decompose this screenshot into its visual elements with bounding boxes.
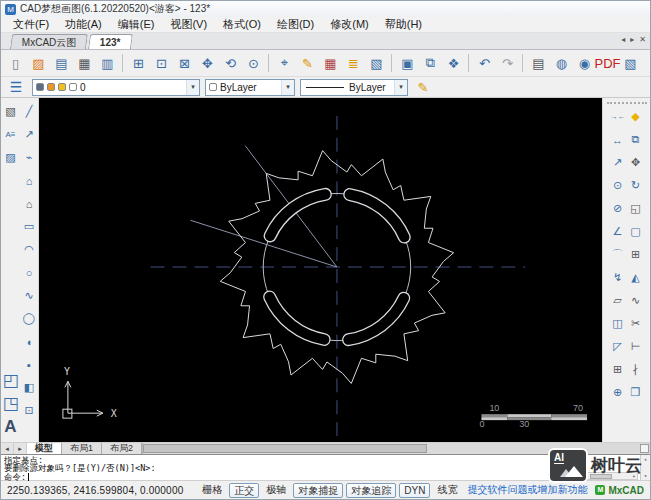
draw-edit-button[interactable]: ✎ <box>297 53 318 74</box>
dim-baseline-tool[interactable]: ◫ <box>609 315 627 333</box>
pdf-export-button[interactable]: PDF <box>597 53 618 74</box>
tab-next-icon[interactable]: ▸ <box>630 35 634 44</box>
status-toggle[interactable]: 极轴 <box>262 483 290 498</box>
text-style-tool[interactable]: A≡ <box>2 126 20 144</box>
dim-leader-tool[interactable]: ◸ <box>609 338 627 356</box>
dim-diameter-tool[interactable]: ⊘ <box>609 200 627 218</box>
toolbar-button[interactable] <box>122 54 124 72</box>
point-tool[interactable]: ▪ <box>20 356 38 374</box>
new-file-button[interactable]: ▯ <box>5 53 26 74</box>
feedback-link[interactable]: 提交软件问题或增加新功能 <box>467 483 587 497</box>
extend-tool[interactable]: ⊢ <box>627 338 645 356</box>
scroll-up-icon[interactable]: ▴ <box>644 455 648 463</box>
save-button[interactable]: ▤ <box>51 53 72 74</box>
menu-item[interactable]: 视图(V) <box>162 17 215 32</box>
dim-tolerance-tool[interactable]: ⊞ <box>609 361 627 379</box>
properties-button[interactable]: ▣ <box>397 53 418 74</box>
scrollbar-thumb[interactable] <box>143 444 427 453</box>
make-block-tool[interactable]: ◧ <box>20 379 38 397</box>
print-button[interactable]: ▤ <box>528 53 549 74</box>
find-button[interactable]: ⌖ <box>274 53 295 74</box>
trim-tool[interactable]: ✂ <box>627 315 645 333</box>
sheet-button[interactable]: ▧ <box>366 53 387 74</box>
network-button[interactable]: ◉ <box>574 53 595 74</box>
dim-angular-tool[interactable]: ∠ <box>609 223 627 241</box>
toolbar-drag-handle[interactable] <box>607 102 647 104</box>
draw-pencil-icon[interactable]: ✎ <box>413 80 433 95</box>
block-insert-tool[interactable]: ◳ <box>2 395 20 413</box>
dim-aligned-tool[interactable]: ↗ <box>609 154 627 172</box>
save-as-button[interactable]: ▥ <box>97 53 118 74</box>
status-toggle[interactable]: 栅格 <box>198 483 226 498</box>
text-tool[interactable]: A <box>2 418 20 436</box>
layout-tab[interactable]: 模型 <box>27 443 62 454</box>
insert-block-tool[interactable]: ⊡ <box>20 402 38 420</box>
ellipse-tool[interactable]: ◯ <box>20 310 38 328</box>
erase-tool[interactable]: ◆ <box>627 108 645 126</box>
rectangle-tool[interactable]: ▭ <box>20 218 38 236</box>
cube-3d-tool[interactable]: ❒ <box>627 384 645 402</box>
menu-item[interactable]: 格式(O) <box>215 17 269 32</box>
ellipse-arc-tool[interactable]: ◖ <box>20 333 38 351</box>
status-toggle[interactable]: 线宽 <box>433 483 461 498</box>
layers-icon[interactable]: ☰ <box>5 79 27 95</box>
dim-continue-tool[interactable]: →← <box>609 108 627 126</box>
mirror-tool[interactable]: ◭ <box>627 269 645 287</box>
rotate-tool[interactable]: ↻ <box>627 177 645 195</box>
open-cloud-button[interactable]: ▨ <box>28 53 49 74</box>
block-edit-tool[interactable]: ◰ <box>2 372 20 390</box>
zoom-extents-button[interactable]: ⊠ <box>174 53 195 74</box>
xline-tool[interactable]: ⌁ <box>20 149 38 167</box>
menu-item[interactable]: 绘图(D) <box>269 17 322 32</box>
hatch-tool[interactable]: ▨ <box>2 149 20 167</box>
command-prompt[interactable]: 命令: <box>4 473 638 482</box>
polygon2-tool[interactable]: ⌂ <box>20 195 38 213</box>
toolbar-button[interactable] <box>391 54 393 72</box>
chevron-down-icon[interactable]: ▾ <box>394 80 407 95</box>
zoom-object-button[interactable]: ⊡ <box>151 53 172 74</box>
dim-radius-tool[interactable]: ⊙ <box>609 177 627 195</box>
status-toggle[interactable]: DYN <box>399 483 430 498</box>
menu-item[interactable]: 修改(M) <box>322 17 377 32</box>
polygon-tool[interactable]: ⌂ <box>20 172 38 190</box>
tab-prev-icon[interactable]: ◂ <box>621 35 625 44</box>
menu-item[interactable]: 文件(F) <box>5 17 57 32</box>
menu-item[interactable]: 功能(A) <box>57 17 110 32</box>
dim-linear-tool[interactable]: ↔ <box>609 131 627 149</box>
move-tool[interactable]: ✥ <box>627 154 645 172</box>
zoom-dynamic-button[interactable]: ⟲ <box>220 53 241 74</box>
toolbar-button[interactable] <box>522 54 524 72</box>
redo-button[interactable]: ↷ <box>497 53 518 74</box>
pan-button[interactable]: ✥ <box>197 53 218 74</box>
layout-next-icon[interactable]: ▸ <box>14 443 27 454</box>
copy-tool[interactable]: ⧉ <box>627 131 645 149</box>
status-toggle[interactable]: 对象捕捉 <box>293 483 343 498</box>
dim-arc-tool[interactable]: ⌒ <box>609 246 627 264</box>
menu-item[interactable]: 帮助(H) <box>377 17 430 32</box>
circle-tool[interactable]: ○ <box>20 264 38 282</box>
offset-tool[interactable]: ▢ <box>627 223 645 241</box>
match-properties-button[interactable]: ❖ <box>443 53 464 74</box>
open-folder-button[interactable]: ▦ <box>74 53 95 74</box>
drawing-canvas[interactable]: YX1070030 <box>39 98 602 442</box>
status-toggle[interactable]: 对象追踪 <box>346 483 396 498</box>
publish-web-button[interactable]: ◍ <box>551 53 572 74</box>
menu-item[interactable]: 编辑(E) <box>110 17 163 32</box>
linetype-button[interactable]: ≣ <box>343 53 364 74</box>
insert-image-button[interactable]: ▧ <box>620 53 641 74</box>
color-table-button[interactable]: ▦ <box>320 53 341 74</box>
document-tab[interactable]: MxCAD云图 <box>10 34 89 49</box>
toolbar-button[interactable] <box>268 54 270 72</box>
toolbar-button[interactable] <box>468 54 470 72</box>
undo-button[interactable]: ↶ <box>474 53 495 74</box>
layout-tab[interactable]: 布局2 <box>102 443 142 454</box>
document-tab[interactable]: 123* <box>88 34 133 49</box>
spline-tool[interactable]: ∿ <box>20 287 38 305</box>
color-combo[interactable]: ByLayer ▾ <box>205 79 295 96</box>
spline-edit-tool[interactable]: ∿ <box>627 292 645 310</box>
chevron-down-icon[interactable]: ▾ <box>186 80 199 95</box>
scale-tool[interactable]: ◱ <box>627 200 645 218</box>
insert-image-tool[interactable]: ▧ <box>2 103 20 121</box>
chevron-down-icon[interactable]: ▾ <box>281 80 294 95</box>
layout-tab[interactable]: 布局1 <box>62 443 102 454</box>
